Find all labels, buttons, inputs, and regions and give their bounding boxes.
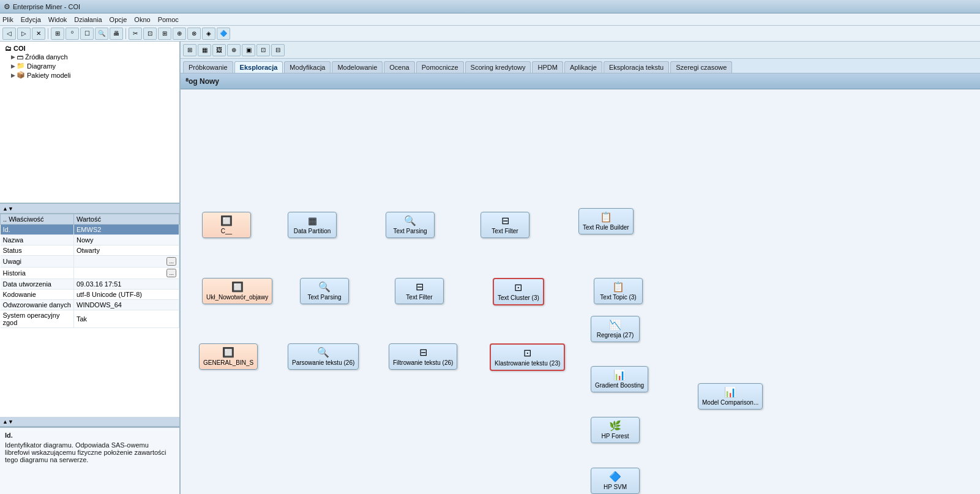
tree-label-coi: COI — [13, 45, 26, 52]
node-text_cluster3[interactable]: ⊡Text Cluster (3) — [493, 278, 544, 305]
menu-item-pomoc[interactable]: Pomoc — [158, 16, 179, 23]
tab-scoring-kredytowy[interactable]: Scoring kredytowy — [465, 61, 531, 73]
tab-hpdm[interactable]: HPDM — [532, 61, 563, 73]
toolbar-btn-1[interactable]: ◁ — [2, 28, 16, 40]
menu-item-opcje[interactable]: Opcje — [110, 16, 127, 23]
tab-eksploracja[interactable]: Eksploracja — [234, 61, 283, 73]
sub-btn-4[interactable]: ⊕ — [227, 44, 241, 56]
toolbar-btn-9[interactable]: ✂ — [129, 28, 142, 40]
props-expand-btn[interactable]: ... — [166, 269, 176, 277]
sub-btn-7[interactable]: ⊟ — [271, 44, 285, 56]
props-row[interactable]: StatusOtwarty — [1, 245, 179, 256]
node-gradient_boosting[interactable]: 📊Gradient Boosting — [591, 366, 648, 392]
tree-item-zrodla[interactable]: ▶🗃Źródła danych — [2, 53, 177, 61]
props-row[interactable]: Odwzorowanie danychWINDOWS_64 — [1, 300, 179, 310]
sub-btn-1[interactable]: ⊞ — [183, 44, 196, 56]
app-icon: ⚙ — [4, 2, 10, 11]
toolbar-btn-5[interactable]: ⁰ — [65, 28, 79, 40]
menu-item-plik[interactable]: Plik — [2, 16, 13, 23]
node-icon-general_bin_s: 🔲 — [222, 346, 234, 358]
tab-pomocnicze[interactable]: Pomocnicze — [416, 61, 464, 73]
desc-title: Id. — [5, 432, 174, 439]
sub-btn-3[interactable]: 🖼 — [212, 44, 226, 56]
toolbar-btn-13[interactable]: ⊗ — [187, 28, 201, 40]
toolbar-btn-10[interactable]: ⊡ — [143, 28, 157, 40]
node-text_parsing2[interactable]: 🔍Text Parsing — [300, 278, 349, 304]
sub-btn-5[interactable]: ▣ — [242, 44, 255, 56]
props-cell-prop: Data utworzenia — [1, 279, 74, 290]
node-label-model_comparison: Model Comparison... — [702, 399, 758, 406]
node-icon-klastrowanie23: ⊡ — [523, 347, 531, 359]
node-icon-regresja27: 📉 — [609, 319, 621, 331]
tab-pr-bkowanie[interactable]: Próbkowanie — [183, 61, 233, 73]
toolbar-btn-8[interactable]: 🖶 — [110, 28, 123, 40]
node-icon-text_cluster3: ⊡ — [514, 282, 522, 293]
node-text_topic3[interactable]: 📋Text Topic (3) — [594, 278, 643, 304]
menu-item-okno[interactable]: Okno — [134, 16, 150, 23]
toolbar-btn-2[interactable]: ▷ — [17, 28, 31, 40]
node-klastrowanie23[interactable]: ⊡Klastrowanie tekstu (23) — [490, 343, 565, 371]
tree-item-pakiety[interactable]: ▶📦Pakiety modeli — [2, 70, 177, 80]
node-parsowanie26[interactable]: 🔍Parsowanie tekstu (26) — [288, 343, 359, 370]
props-cell-val: utf-8 Unicode (UTF-8) — [74, 290, 179, 300]
tree-icon-diagramy: 📁 — [17, 62, 25, 70]
props-cell-prop: Historia — [1, 268, 74, 279]
toolbar-btn-7[interactable]: 🔍 — [95, 28, 108, 40]
props-table: .. Właściwość Wartość Id.EMWS2NazwaNowyS… — [0, 214, 179, 328]
props-row[interactable]: NazwaNowy — [1, 235, 179, 245]
node-label-klastrowanie23: Klastrowanie tekstu (23) — [495, 360, 560, 367]
sub-toolbar: ⊞ ▦ 🖼 ⊕ ▣ ⊡ ⊟ — [181, 42, 980, 59]
node-filtrowanie26[interactable]: ⊟Filtrowanie tekstu (26) — [389, 343, 457, 370]
tab-modyfikacja[interactable]: Modyfikacja — [284, 61, 331, 73]
node-regresja27[interactable]: 📉Regresja (27) — [591, 316, 640, 342]
tab-szeregi-czasowe[interactable]: Szeregi czasowe — [670, 61, 732, 73]
toolbar-btn-3[interactable]: ✕ — [32, 28, 45, 40]
node-text_filter1[interactable]: ⊟Text Filter — [481, 212, 529, 238]
menu-item-widok[interactable]: Widok — [48, 16, 67, 23]
props-row[interactable]: Uwagi... — [1, 256, 179, 268]
sub-btn-2[interactable]: ▦ — [198, 44, 211, 56]
tab-eksploracja-tekstu[interactable]: Eksploracja tekstu — [604, 61, 669, 73]
node-ukl_nowotw[interactable]: 🔲Ukł_Nowotwór_objawy — [202, 278, 272, 304]
props-row[interactable]: Id.EMWS2 — [1, 225, 179, 235]
tab-aplikacje[interactable]: Aplikacje — [564, 61, 602, 73]
node-general_bin_s[interactable]: 🔲GENERAL_BIN_S — [199, 343, 258, 370]
toolbar-btn-4[interactable]: ⊞ — [51, 28, 64, 40]
node-hp_forest[interactable]: 🌿HP Forest — [591, 417, 640, 443]
props-expand-btn[interactable]: ... — [166, 257, 176, 266]
node-model_comparison[interactable]: 📊Model Comparison... — [698, 383, 763, 410]
node-icon-parsowanie26: 🔍 — [317, 346, 329, 358]
node-hp_svm[interactable]: 🔷HP SVM — [591, 468, 640, 494]
node-text_rule_builder[interactable]: 📋Text Rule Builder — [578, 208, 634, 234]
toolbar-btn-15[interactable]: 🔷 — [217, 28, 230, 40]
node-text_filter2[interactable]: ⊟Text Filter — [395, 278, 444, 304]
toolbar-btn-14[interactable]: ◈ — [202, 28, 215, 40]
tab-modelowanie[interactable]: Modelowanie — [332, 61, 383, 73]
diagram-title: ⁸og Nowy — [185, 77, 219, 86]
sub-btn-6[interactable]: ⊡ — [256, 44, 270, 56]
props-row[interactable]: Historia... — [1, 268, 179, 279]
node-c_blank[interactable]: 🔲C__ — [202, 212, 251, 238]
props-row[interactable]: Data utworzenia09.03.16 17:51 — [1, 279, 179, 290]
node-data_partition[interactable]: ▦Data Partition — [288, 212, 337, 238]
props-row[interactable]: Kodowanieutf-8 Unicode (UTF-8) — [1, 290, 179, 300]
tree-item-diagramy[interactable]: ▶📁Diagramy — [2, 61, 177, 70]
menu-item-edycja[interactable]: Edycja — [21, 16, 41, 23]
toolbar-btn-12[interactable]: ⊕ — [173, 28, 186, 40]
titlebar: ⚙ Enterprise Miner - COI — [0, 0, 980, 13]
node-label-parsowanie26: Parsowanie tekstu (26) — [292, 359, 354, 367]
toolbar-btn-6[interactable]: ☐ — [80, 28, 94, 40]
tree-item-coi[interactable]: 🗂COI — [2, 44, 177, 53]
tree-icon-pakiety: 📦 — [17, 71, 25, 79]
tree-icon-zrodla: 🗃 — [17, 53, 23, 61]
collapse-bar-2[interactable]: ▲▼ — [0, 417, 179, 427]
collapse-bar-1[interactable]: ▲▼ — [0, 204, 179, 214]
diagram-area[interactable]: ⁸og Nowy 🔲C__▦Data Partition🔍Text Parsin… — [181, 73, 980, 494]
props-row[interactable]: System operacyjny zgodTak — [1, 310, 179, 328]
menu-item-dziaania[interactable]: Działania — [74, 16, 102, 23]
node-label-filtrowanie26: Filtrowanie tekstu (26) — [393, 359, 453, 367]
toolbar-btn-11[interactable]: ⊞ — [158, 28, 171, 40]
props-cell-prop: Status — [1, 245, 74, 256]
tab-ocena[interactable]: Ocena — [384, 61, 414, 73]
node-text_parsing1[interactable]: 🔍Text Parsing — [386, 212, 435, 238]
